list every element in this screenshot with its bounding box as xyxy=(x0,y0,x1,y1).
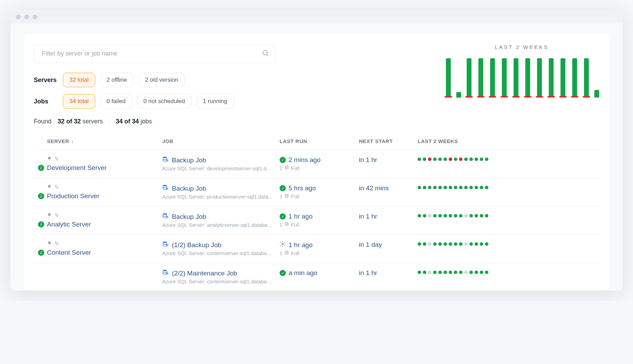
chart-bar xyxy=(445,58,452,98)
svg-point-5 xyxy=(163,185,167,187)
jobs-failed-pill[interactable]: 0 failed xyxy=(100,94,132,109)
history-dot xyxy=(469,242,473,246)
job-description: Azure SQL Server: contentserver-sql1.dat… xyxy=(162,250,273,256)
divider xyxy=(109,118,109,125)
history-dot xyxy=(449,242,452,246)
col-lastrun[interactable]: LAST RUN xyxy=(280,138,359,144)
chart-bar xyxy=(559,58,567,98)
servers-total-pill[interactable]: 32 total xyxy=(63,73,95,87)
bell-icon xyxy=(47,241,52,247)
history-dot xyxy=(485,214,488,218)
info-icon[interactable]: i xyxy=(38,250,44,256)
bell-icon xyxy=(47,184,52,190)
job-name[interactable]: Backup Job xyxy=(172,213,206,221)
svg-point-0 xyxy=(263,50,267,55)
history-dot xyxy=(459,242,462,246)
svg-point-13 xyxy=(282,243,284,245)
database-icon xyxy=(162,213,168,221)
job-name[interactable]: Backup Job xyxy=(172,185,206,192)
jobs-total-pill[interactable]: 34 total xyxy=(63,94,95,109)
search-icon[interactable] xyxy=(262,49,269,58)
jobs-filter-label: Jobs xyxy=(34,98,58,105)
history-dots xyxy=(418,213,595,218)
history-dot xyxy=(454,271,457,274)
table-row[interactable]: iProduction ServerBackup JobAzure SQL Se… xyxy=(34,178,599,206)
table-row[interactable]: (2/2) Maintenance JobAzure SQL Server: c… xyxy=(34,263,599,291)
next-start: in 1 hr xyxy=(359,213,418,220)
history-dot xyxy=(423,214,426,218)
next-start: in 1 hr xyxy=(359,269,418,277)
database-icon xyxy=(162,184,168,192)
history-dot xyxy=(449,214,452,218)
last-run-time[interactable]: 1 hr ago xyxy=(289,213,313,220)
col-job[interactable]: JOB xyxy=(162,138,280,144)
job-description: Azure SQL Server: productionserver-sql1.… xyxy=(162,194,273,200)
history-dot xyxy=(464,271,468,274)
check-circle-icon: ✓ xyxy=(280,185,286,191)
servers-filter-row: Servers 32 total 2 offline 2 old version xyxy=(34,73,275,87)
col-server[interactable]: SERVER ↓ xyxy=(38,138,162,144)
server-name[interactable]: Production Server xyxy=(47,192,99,200)
last-run-time[interactable]: 1 hr ago xyxy=(289,241,313,249)
col-last2weeks[interactable]: LAST 2 WEEKS xyxy=(418,138,595,144)
history-dot xyxy=(475,214,478,218)
history-dot xyxy=(418,186,421,189)
info-icon[interactable]: i xyxy=(38,193,44,199)
job-name[interactable]: Backup Job xyxy=(172,156,206,164)
search-input[interactable] xyxy=(34,44,275,63)
last-run-time[interactable]: 5 hrs ago xyxy=(289,184,316,192)
table-row[interactable]: iDevelopment ServerBackup JobAzure SQL S… xyxy=(34,150,599,178)
history-dot xyxy=(459,271,462,274)
history-dot xyxy=(480,186,483,189)
browser-titlebar xyxy=(10,10,623,23)
col-nextstart[interactable]: NEXT START xyxy=(359,138,418,144)
info-icon[interactable]: i xyxy=(38,165,44,171)
history-dot xyxy=(433,186,437,189)
server-name[interactable]: Content Server xyxy=(47,249,91,256)
history-dot xyxy=(438,242,442,246)
servers-offline-pill[interactable]: 2 offline xyxy=(100,73,134,87)
history-dot xyxy=(438,186,442,189)
svg-point-7 xyxy=(285,194,289,195)
info-icon[interactable]: i xyxy=(38,221,44,228)
history-dot xyxy=(459,158,462,161)
svg-point-2 xyxy=(163,157,167,159)
history-dot xyxy=(480,271,483,274)
history-dot xyxy=(480,242,483,246)
history-dot xyxy=(464,186,468,189)
server-name[interactable]: Analytic Server xyxy=(47,221,91,228)
history-dot xyxy=(459,214,462,218)
jobs-running-pill[interactable]: 1 running xyxy=(196,94,234,109)
svg-line-1 xyxy=(267,54,268,56)
jobs-table: SERVER ↓ JOB LAST RUN NEXT START LAST 2 … xyxy=(34,138,599,291)
table-row[interactable]: iContent Server(1/2) Backup JobAzure SQL… xyxy=(34,235,599,263)
history-dot xyxy=(438,214,442,218)
window-dot xyxy=(16,14,21,19)
svg-point-4 xyxy=(285,166,289,167)
servers-oldversion-pill[interactable]: 2 old version xyxy=(138,73,185,87)
job-name[interactable]: (2/2) Maintenance Job xyxy=(172,270,237,277)
svg-point-8 xyxy=(163,213,167,215)
chart-bar xyxy=(536,58,543,98)
server-name[interactable]: Development Server xyxy=(47,164,107,172)
last-run-time[interactable]: a min ago xyxy=(289,269,317,277)
history-dot xyxy=(444,186,447,189)
found-jobs-suffix: jobs xyxy=(140,118,152,125)
chart-bar xyxy=(489,58,496,98)
table-row[interactable]: iAnalytic ServerBackup JobAzure SQL Serv… xyxy=(34,206,599,235)
job-name[interactable]: (1/2) Backup Job xyxy=(172,241,222,249)
chart-bar xyxy=(547,58,555,98)
jobs-notscheduled-pill[interactable]: 0 not scheduled xyxy=(137,94,192,109)
history-dot xyxy=(433,271,437,274)
history-dot xyxy=(444,214,447,218)
history-dot xyxy=(485,271,488,274)
history-dot xyxy=(428,214,431,218)
history-dots xyxy=(418,184,595,189)
check-circle-icon: ✓ xyxy=(280,213,286,220)
history-dot xyxy=(433,214,437,218)
last-run-time[interactable]: 2 mins ago xyxy=(289,156,321,164)
history-dot xyxy=(454,214,457,218)
history-dot xyxy=(449,186,452,189)
history-dot xyxy=(475,271,478,274)
history-dot xyxy=(464,158,468,161)
